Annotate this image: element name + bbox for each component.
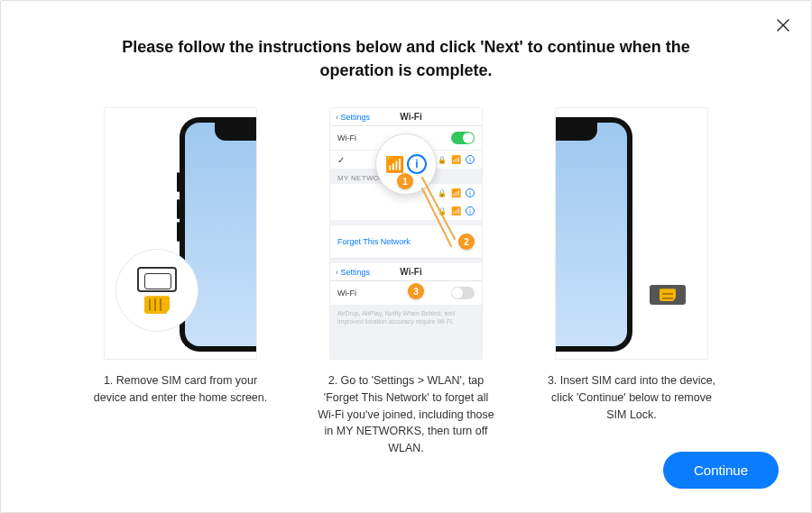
step-2-illustration: ‹ Settings Wi-Fi Wi-Fi ✓ 🔒 📶 i MY N [329,107,483,360]
step-3: 3. Insert SIM card into the device, clic… [541,107,722,457]
step-1-caption: 1. Remove SIM card from your device and … [90,372,271,407]
phone-mockup-icon [180,117,256,352]
wifi-toggle-on-icon [451,132,475,144]
lock-icon: 🔒 [438,189,447,197]
wifi-signal-icon: 📶 [451,155,461,164]
forget-network-label: Forget This Network [337,237,411,246]
continue-button[interactable]: Continue [663,452,779,489]
info-icon: i [466,188,475,197]
step-badge-3: 3 [408,283,424,299]
close-button[interactable] [775,17,791,33]
phone-mockup-icon [556,117,632,352]
modal-heading: Please follow the instructions below and… [37,35,775,82]
info-icon: i [466,155,475,164]
close-icon [777,19,789,32]
wifi-row-label: Wi-Fi [337,289,356,298]
wifi-row-label: Wi-Fi [337,133,356,142]
step-2-caption: 2. Go to 'Settings > WLAN', tap 'Forget … [316,372,496,457]
wifi-signal-icon: 📶 [451,206,461,215]
ios-settings-mock: ‹ Settings Wi-Fi Wi-Fi ✓ 🔒 📶 i MY N [330,108,482,359]
sim-chip-icon [660,289,676,301]
screen-title: Wi-Fi [346,267,476,277]
info-icon: i [466,206,475,215]
screen-title: Wi-Fi [346,112,476,122]
step-1-illustration [104,107,257,360]
wifi-icon: 📶 [385,155,404,174]
lock-icon: 🔒 [438,156,447,164]
sim-tray-icon [137,267,177,292]
step-1: 1. Remove SIM card from your device and … [90,107,271,457]
instruction-modal: Please follow the instructions below and… [0,0,812,513]
step-3-illustration [555,107,708,360]
steps-row: 1. Remove SIM card from your device and … [37,107,775,457]
wifi-toggle-off-icon [451,287,475,299]
sim-eject-icon [115,249,198,332]
wifi-fine-print: AirDrop, AirPlay, Notify When Behind, an… [330,306,482,329]
step-2: ‹ Settings Wi-Fi Wi-Fi ✓ 🔒 📶 i MY N [316,107,496,457]
info-icon: i [407,154,427,174]
lock-icon: 🔒 [438,207,447,215]
step-badge-2: 2 [458,234,475,250]
wifi-signal-icon: 📶 [451,188,461,197]
step-3-caption: 3. Insert SIM card into the device, clic… [541,372,722,423]
sim-insert-icon [650,285,686,305]
sim-chip-icon [144,296,170,314]
